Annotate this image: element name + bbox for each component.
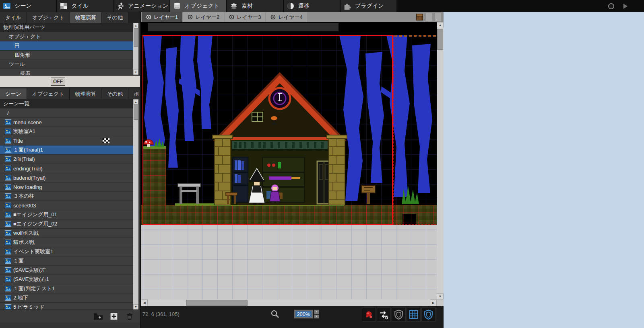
scene-row[interactable]: 2面(Trial)	[0, 155, 133, 164]
disabled-tool-button	[425, 13, 433, 21]
scene-canvas[interactable]: ▲ ▼	[141, 22, 444, 299]
scene-row[interactable]: ending(Trial)	[0, 164, 133, 173]
scene-row-label: １面	[13, 257, 24, 264]
menu-item-6[interactable]: 遷移	[284, 0, 340, 12]
scene-row[interactable]: scene003	[0, 201, 133, 210]
zoom-up-icon[interactable]: ▲	[314, 310, 319, 314]
crate-icon[interactable]	[415, 13, 424, 21]
physics-row[interactable]: ツール	[0, 60, 133, 69]
scene-row[interactable]: １面(判定テスト1	[0, 284, 133, 293]
physics-tab-4[interactable]: その他	[102, 12, 129, 23]
disabled-tool-button	[434, 13, 442, 21]
main-region: タイルオブジェクト物理演算その他 物理演算用パーツオブジェクト円四角形ツール接着…	[0, 12, 644, 328]
scene-row[interactable]: (SAVE実験(右1	[0, 275, 133, 284]
physics-tab-3[interactable]: 物理演算	[70, 12, 102, 23]
menu-item-4[interactable]: オブジェクト	[170, 0, 226, 12]
scroll-up-icon[interactable]: ▲	[133, 23, 138, 28]
scroll-track[interactable]	[437, 28, 444, 293]
scene-row-label: wolfボス戦	[13, 230, 39, 237]
zoom-level-field[interactable]: 200%	[294, 310, 313, 319]
scene-item-icon	[5, 304, 11, 310]
scroll-up-icon[interactable]: ▲	[133, 99, 138, 105]
scroll-track[interactable]	[148, 299, 430, 306]
scene-row-label: 実験室A1	[13, 128, 35, 135]
physics-row[interactable]: オブジェクト	[0, 32, 133, 41]
scroll-track[interactable]	[133, 28, 138, 70]
scene-tab-4[interactable]: その他	[101, 88, 128, 99]
scroll-thumb[interactable]	[186, 300, 248, 306]
play-icon[interactable]	[622, 3, 629, 10]
scene-row[interactable]: イベント実験室1	[0, 247, 133, 256]
collision-display-button[interactable]	[392, 308, 406, 322]
scroll-down-icon[interactable]: ▼	[133, 70, 138, 75]
delete-scene-button[interactable]	[125, 312, 134, 320]
paint-mode-button[interactable]	[362, 308, 376, 322]
scene-row[interactable]: wolfボス戦	[0, 229, 133, 238]
scene-row[interactable]: ■エイジング用_02	[0, 219, 133, 229]
scene-row[interactable]: (SAVE実験(左	[0, 266, 133, 275]
scene-row[interactable]: １面	[0, 256, 133, 266]
physics-row[interactable]: 接着	[0, 69, 133, 75]
physics-off-toggle[interactable]: OFF	[51, 78, 65, 86]
menu-item-2[interactable]: タイル	[57, 0, 113, 12]
paint-icon	[364, 310, 374, 320]
scene-row[interactable]: １面(Traial)1	[0, 146, 133, 155]
scroll-track[interactable]	[133, 105, 138, 304]
scene-list-scrollbar[interactable]: ▲ ▼	[133, 99, 138, 310]
status-toolbar	[362, 308, 436, 322]
physics-row[interactable]: 四角形	[0, 51, 133, 60]
physics-row[interactable]: 円	[0, 41, 133, 51]
scene-row[interactable]: 5 ピラミッド	[0, 303, 133, 310]
scroll-thumb[interactable]	[134, 28, 138, 47]
scene-row[interactable]: 2:地下	[0, 293, 133, 303]
scene-tab-2[interactable]: オブジェクト	[27, 88, 70, 99]
layer-tab-3[interactable]: レイヤー3	[225, 12, 265, 22]
scroll-right-icon[interactable]: ▶	[430, 299, 437, 306]
layer-tab-1[interactable]: レイヤー1	[142, 12, 182, 22]
transform-mode-button[interactable]	[377, 308, 391, 322]
scene-row[interactable]: ■エイジング用_01	[0, 210, 133, 219]
scene-row[interactable]: Title	[0, 136, 133, 146]
physics-tab-1[interactable]: タイル	[0, 12, 27, 23]
physics-tab-2[interactable]: オブジェクト	[27, 12, 70, 23]
scene-row[interactable]: 実験室A1	[0, 127, 133, 136]
physics-display-button[interactable]	[421, 308, 436, 322]
scene-row[interactable]: Now loading	[0, 182, 133, 192]
scene-row[interactable]: menu scene	[0, 118, 133, 127]
add-folder-icon	[93, 312, 103, 320]
scene-row-label: ３本の柱	[13, 193, 34, 200]
scroll-down-icon[interactable]: ▼	[133, 304, 138, 310]
scene-tab-5[interactable]: ポ	[128, 88, 140, 99]
scene-row-label: 猫ボス戦	[13, 239, 35, 246]
menu-item-7[interactable]: プラグイン	[341, 0, 396, 12]
grid-display-button[interactable]	[407, 308, 421, 322]
menu-item-1[interactable]: シーン	[0, 0, 56, 12]
zoom-down-icon[interactable]: ▼	[314, 314, 319, 319]
scene-tab-1[interactable]: シーン	[0, 88, 27, 99]
canvas-vscrollbar[interactable]: ▲ ▼	[437, 22, 444, 299]
scene-item-icon	[5, 249, 11, 254]
add-folder-button[interactable]	[93, 312, 103, 320]
scroll-thumb[interactable]	[437, 29, 443, 50]
scene-row[interactable]: ３本の柱	[0, 192, 133, 201]
scene-row-label: (SAVE実験(左	[13, 266, 46, 274]
canvas-hscrollbar[interactable]: ◀ ▶	[141, 299, 437, 306]
scroll-left-icon[interactable]: ◀	[141, 299, 148, 306]
layer-bar: レイヤー1レイヤー2レイヤー3レイヤー4	[141, 12, 444, 22]
physics-list-scrollbar[interactable]: ▲ ▼	[133, 23, 138, 75]
layer-tab-2[interactable]: レイヤー2	[183, 12, 224, 22]
scene-row[interactable]: 猫ボス戦	[0, 238, 133, 247]
layer-tab-4[interactable]: レイヤー4	[266, 12, 307, 22]
scene-row-label: 2:地下	[13, 294, 28, 301]
scroll-thumb[interactable]	[134, 105, 138, 120]
add-scene-button[interactable]	[109, 312, 119, 320]
layer-tab-label: レイヤー4	[278, 14, 302, 21]
animation-icon	[116, 2, 124, 10]
scroll-up-icon[interactable]: ▲	[437, 22, 444, 28]
scroll-down-icon[interactable]: ▼	[437, 293, 444, 299]
menu-item-5[interactable]: 素材	[227, 0, 283, 12]
menu-item-3[interactable]: アニメーション	[114, 0, 169, 12]
scene-row[interactable]: badend(Tryal)	[0, 173, 133, 182]
scene-row[interactable]: /	[0, 109, 133, 118]
scene-tab-3[interactable]: 物理演算	[70, 88, 101, 99]
